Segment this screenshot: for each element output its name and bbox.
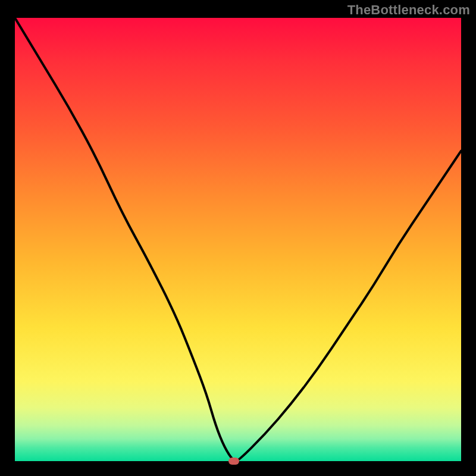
plot-area — [15, 18, 461, 461]
bottleneck-curve — [15, 18, 461, 461]
chart-frame: TheBottleneck.com — [0, 0, 476, 476]
minimum-marker — [228, 458, 239, 465]
curve-svg — [15, 18, 461, 461]
watermark-text: TheBottleneck.com — [347, 2, 470, 18]
